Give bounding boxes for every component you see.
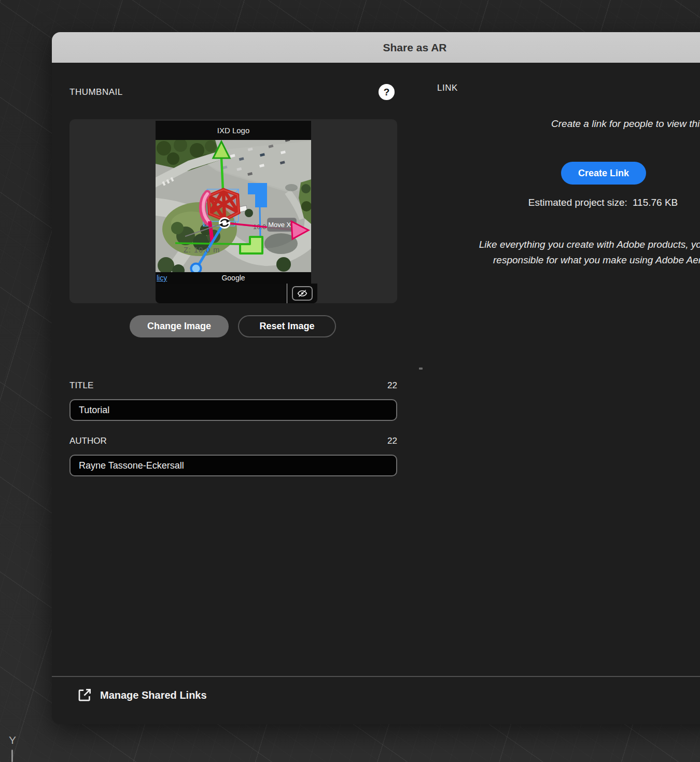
author-label: AUTHOR bbox=[69, 436, 107, 446]
help-button[interactable]: ? bbox=[379, 84, 395, 100]
thumbnail-panel: IXD Logo bbox=[69, 119, 397, 303]
toolbar-divider bbox=[287, 284, 287, 303]
author-char-counter: 22 bbox=[387, 436, 397, 446]
title-label: TITLE bbox=[69, 380, 93, 391]
author-input[interactable] bbox=[69, 455, 397, 476]
rotate-handle[interactable] bbox=[219, 217, 230, 229]
eye-off-icon bbox=[297, 289, 307, 298]
link-section-label: LINK bbox=[437, 83, 458, 93]
title-input[interactable] bbox=[69, 399, 397, 421]
dialog-titlebar[interactable]: Share as AR bbox=[52, 32, 700, 63]
title-field-header: TITLE 22 bbox=[69, 380, 397, 391]
thumbnail-preview: IXD Logo bbox=[156, 121, 311, 303]
y-axis-line bbox=[11, 750, 13, 762]
estimated-size-row: Estimated project size:115.76 KB bbox=[447, 197, 700, 208]
change-image-button[interactable]: Change Image bbox=[130, 315, 229, 337]
manage-shared-links-label: Manage Shared Links bbox=[100, 689, 207, 701]
y-axis-label: Y bbox=[6, 734, 19, 746]
thumbnail-section-label: THUMBNAIL bbox=[69, 87, 123, 97]
disclaimer-line-1: Like everything you create with Adobe pr… bbox=[446, 237, 700, 252]
link-intro-text: Create a link for people to view this ex… bbox=[446, 118, 700, 130]
share-as-ar-dialog: Share as AR THUMBNAIL ? LINK IXD Logo bbox=[52, 32, 700, 724]
footer-divider bbox=[52, 676, 700, 677]
scene-name: IXD Logo bbox=[217, 126, 250, 135]
cursor-artifact bbox=[419, 368, 423, 370]
reset-image-button[interactable]: Reset Image bbox=[238, 315, 336, 337]
z-distance-label: Z: 10.0 m bbox=[184, 246, 220, 254]
external-link-icon bbox=[77, 687, 92, 703]
create-link-button[interactable]: Create Link bbox=[561, 162, 646, 185]
dialog-title: Share as AR bbox=[383, 41, 447, 54]
privacy-policy-link[interactable]: licy bbox=[157, 274, 167, 282]
thumbnail-map-image: 10.0 Z: 10.0 m Move XY bbox=[156, 140, 311, 272]
author-field-header: AUTHOR 22 bbox=[69, 436, 397, 446]
title-char-counter: 22 bbox=[387, 380, 397, 391]
disclaimer-line-2: responsible for what you make using Adob… bbox=[446, 252, 700, 268]
map-attribution-bar: licy Google bbox=[156, 272, 311, 284]
thumbnail-toolbar-strip bbox=[156, 284, 317, 303]
scene-name-bar: IXD Logo bbox=[156, 121, 311, 140]
google-attribution: Google bbox=[221, 274, 245, 282]
estimated-size-label: Estimated project size: bbox=[528, 197, 627, 208]
visibility-toggle-button[interactable] bbox=[292, 286, 313, 301]
manage-shared-links[interactable]: Manage Shared Links bbox=[77, 687, 207, 703]
disclaimer-text: Like everything you create with Adobe pr… bbox=[446, 237, 700, 268]
question-mark-icon: ? bbox=[384, 87, 390, 97]
estimated-size-value: 115.76 KB bbox=[633, 197, 678, 208]
